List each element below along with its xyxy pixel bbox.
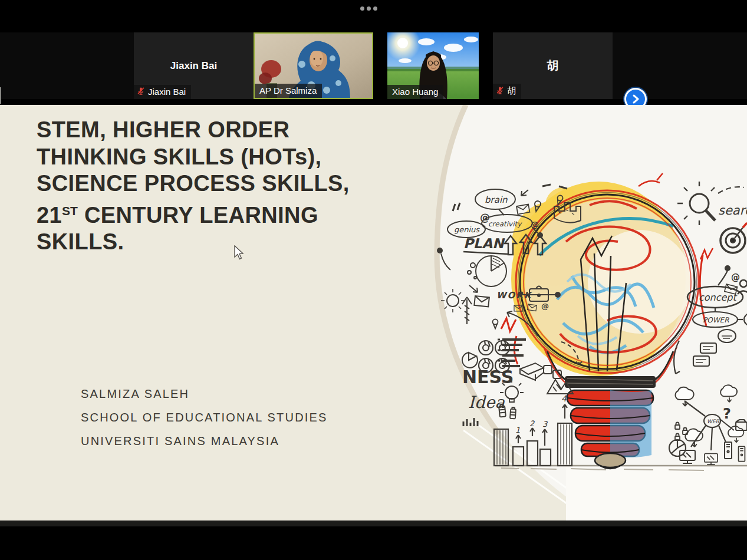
slide-authors: SALMIZA SALEH SCHOOL OF EDUCATIONAL STUD…	[81, 382, 328, 453]
doodle-question-mark: ?	[723, 406, 731, 422]
doodle-power-label: POWER	[703, 316, 729, 324]
svg-text:@: @	[541, 302, 549, 311]
bar-number-4: 4	[561, 394, 567, 403]
slide-bottom-edge	[0, 521, 747, 526]
name-tag-label: Xiao Huang	[392, 87, 438, 97]
doodle-ness-label: NESS	[462, 367, 514, 387]
bar-number-1: 1	[515, 426, 520, 434]
window-edge-artifact	[0, 87, 1, 104]
name-tag-label: AP Dr Salmiza	[259, 85, 317, 95]
shared-slide: STEM, HIGHER ORDER THINKING SKILLS (HOTs…	[0, 105, 747, 521]
doodle-plan-label: PLAN	[463, 236, 505, 251]
mic-muted-icon	[137, 87, 145, 97]
more-dots-icon[interactable]	[360, 6, 377, 11]
meeting-window: Jiaxin Bai Jiaxin Bai	[0, 0, 747, 560]
participant-video: Xiao Huang	[387, 32, 479, 99]
doodle-search-label: search	[718, 203, 747, 218]
bar-number-2: 2	[529, 419, 535, 428]
author-school: SCHOOL OF EDUCATIONAL STUDIES	[81, 406, 328, 429]
lightbulb-illustration: brain @ creativity genius @ PLAN	[413, 105, 747, 521]
participant-tile-jiaxin-bai[interactable]: Jiaxin Bai Jiaxin Bai	[134, 32, 254, 99]
author-name: SALMIZA SALEH	[81, 382, 328, 406]
name-tag: 胡	[493, 84, 521, 99]
svg-text:@: @	[731, 272, 740, 283]
participant-tile-hu[interactable]: 胡 胡	[493, 32, 613, 99]
mouse-cursor-icon	[233, 245, 244, 261]
bottom-letterbox	[0, 526, 747, 560]
slide-title: STEM, HIGHER ORDER THINKING SKILLS (HOTs…	[37, 117, 390, 256]
doodle-web-label: WEB	[707, 419, 720, 424]
author-university: UNIVERSITI SAINS MALAYSIA	[81, 429, 328, 453]
doodle-brain-label: brain	[485, 195, 508, 205]
participant-tile-salmiza[interactable]: AP Dr Salmiza	[254, 32, 373, 99]
name-tag: Jiaxin Bai	[134, 85, 191, 99]
participant-strip: Jiaxin Bai Jiaxin Bai	[0, 32, 747, 99]
doodle-genius-label: genius	[454, 225, 480, 234]
name-tag-label: 胡	[507, 85, 516, 97]
name-tag: AP Dr Salmiza	[255, 84, 322, 98]
doodle-creativity-label: creativity	[488, 220, 522, 228]
doodle-concept-label: concept	[699, 292, 738, 303]
name-tag: Xiao Huang	[387, 85, 443, 99]
participant-tile-xiao-huang[interactable]: Xiao Huang	[373, 32, 493, 99]
mic-muted-icon	[496, 86, 504, 96]
name-tag-label: Jiaxin Bai	[148, 87, 186, 97]
svg-text:@: @	[531, 220, 539, 229]
